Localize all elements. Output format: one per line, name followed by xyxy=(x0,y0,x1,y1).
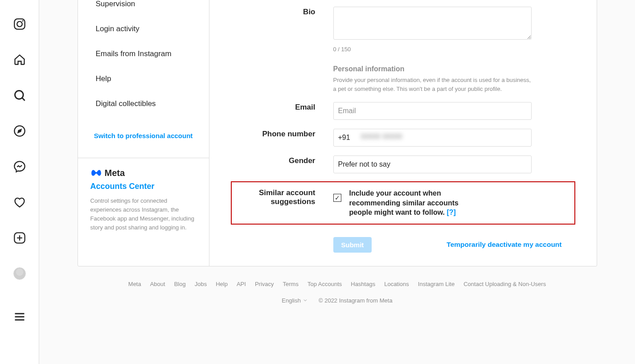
email-input[interactable] xyxy=(333,102,532,120)
footer-link[interactable]: Jobs xyxy=(195,281,207,287)
language-selector[interactable]: English xyxy=(282,297,308,304)
svg-marker-6 xyxy=(18,130,21,133)
messenger-icon[interactable] xyxy=(13,160,26,175)
footer-link[interactable]: Contact Uploading & Non-Users xyxy=(463,281,546,287)
bio-counter: 0 / 150 xyxy=(333,46,532,53)
phone-label: Phone number xyxy=(231,129,333,147)
bio-label: Bio xyxy=(231,7,333,53)
copyright-text: © 2022 Instagram from Meta xyxy=(319,297,393,304)
notifications-icon[interactable] xyxy=(13,196,26,210)
similar-suggestions-text: Include your account when recommending s… xyxy=(349,188,474,217)
hamburger-menu-icon[interactable] xyxy=(13,311,26,325)
accounts-center-link[interactable]: Accounts Center xyxy=(90,182,197,191)
svg-rect-0 xyxy=(14,19,25,29)
similar-suggestions-highlight: Similar account suggestions ✓ Include yo… xyxy=(231,181,575,225)
similar-suggestions-help-link[interactable]: [?] xyxy=(447,209,455,216)
footer-link[interactable]: Help xyxy=(216,281,228,287)
footer-link[interactable]: Terms xyxy=(283,281,299,287)
meta-accounts-center: Meta Accounts Center Control settings fo… xyxy=(78,158,209,246)
explore-icon[interactable] xyxy=(13,125,26,139)
footer-link[interactable]: Privacy xyxy=(255,281,274,287)
gender-label: Gender xyxy=(231,155,333,173)
sidebar-item-login-activity[interactable]: Login activity xyxy=(78,16,209,41)
footer-links: Meta About Blog Jobs Help API Privacy Te… xyxy=(78,281,597,287)
footer-link[interactable]: Hashtags xyxy=(351,281,375,287)
settings-panel: Supervision Login activity Emails from I… xyxy=(78,0,597,266)
sidebar-item-help[interactable]: Help xyxy=(78,66,209,91)
personal-info-header: Personal information xyxy=(333,65,575,73)
chevron-down-icon xyxy=(303,298,308,303)
gender-input[interactable] xyxy=(333,155,532,173)
footer-link[interactable]: Top Accounts xyxy=(307,281,342,287)
similar-suggestions-checkbox[interactable]: ✓ xyxy=(333,194,341,202)
edit-profile-form: app and edit your profile to change the … xyxy=(209,0,597,266)
search-icon[interactable] xyxy=(13,89,26,103)
footer-link[interactable]: API xyxy=(237,281,246,287)
meta-logo-icon xyxy=(90,169,102,177)
svg-point-2 xyxy=(22,20,23,22)
home-icon[interactable] xyxy=(13,53,26,68)
meta-brand-text: Meta xyxy=(105,168,125,178)
sidebar-item-supervision[interactable]: Supervision xyxy=(78,0,209,16)
svg-line-4 xyxy=(22,98,25,101)
page-footer: Meta About Blog Jobs Help API Privacy Te… xyxy=(78,266,597,318)
switch-professional-link[interactable]: Switch to professional account xyxy=(78,116,209,158)
footer-link[interactable]: Locations xyxy=(384,281,409,287)
settings-sidebar: Supervision Login activity Emails from I… xyxy=(78,0,209,266)
bio-input[interactable] xyxy=(333,7,532,40)
sidebar-item-digital-collectibles[interactable]: Digital collectibles xyxy=(78,91,209,116)
email-label: Email xyxy=(231,102,333,120)
accounts-center-desc: Control settings for connected experienc… xyxy=(90,196,197,233)
deactivate-account-link[interactable]: Temporarily deactivate my account xyxy=(447,241,561,249)
create-icon[interactable] xyxy=(13,232,26,246)
instagram-logo-icon[interactable] xyxy=(13,18,26,32)
footer-link[interactable]: Meta xyxy=(128,281,141,287)
profile-avatar-icon[interactable] xyxy=(13,267,26,280)
personal-info-note: Provide your personal information, even … xyxy=(333,76,532,93)
nav-rail xyxy=(0,0,39,364)
similar-suggestions-label: Similar account suggestions xyxy=(232,188,333,217)
submit-button[interactable]: Submit xyxy=(333,237,372,253)
footer-link[interactable]: About xyxy=(150,281,165,287)
svg-point-3 xyxy=(15,91,23,99)
footer-link[interactable]: Blog xyxy=(174,281,186,287)
sidebar-item-emails[interactable]: Emails from Instagram xyxy=(78,41,209,66)
footer-link[interactable]: Instagram Lite xyxy=(418,281,455,287)
svg-point-1 xyxy=(17,21,22,27)
